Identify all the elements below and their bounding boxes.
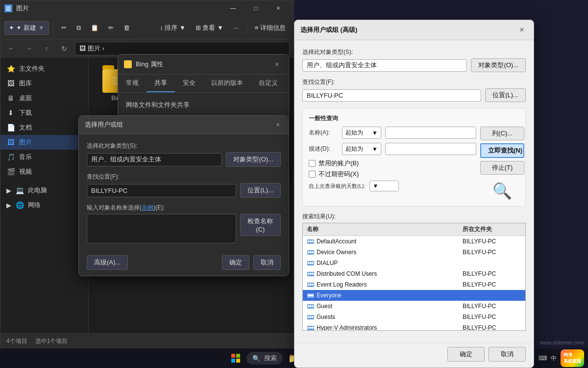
adv-disabled-checkbox[interactable]: [309, 160, 316, 167]
result-item[interactable]: Everyone: [303, 290, 525, 301]
adv-noexpire-checkbox[interactable]: [309, 171, 316, 178]
result-name: Event Log Readers: [317, 281, 463, 288]
result-item[interactable]: Guests BILLYFU-PC: [303, 312, 525, 322]
sidebar-item-videos[interactable]: 🎬 视频: [0, 164, 88, 179]
result-name: DIALUP: [317, 260, 463, 266]
svg-point-18: [310, 284, 312, 286]
adv-days-select[interactable]: ▼: [369, 181, 399, 191]
home-icon: ⭐: [6, 64, 15, 73]
su-check-button[interactable]: 检查名称(C): [240, 214, 281, 236]
address-path[interactable]: 🖼 图片 ›: [75, 42, 290, 55]
result-item[interactable]: DIALUP: [303, 258, 525, 268]
paste-button[interactable]: 📋: [87, 22, 102, 33]
result-item[interactable]: DefaultAccount BILLYFU-PC: [303, 236, 525, 247]
sidebar-item-gallery[interactable]: 🖼 图库: [0, 76, 88, 91]
svg-rect-50: [231, 359, 235, 363]
search-bar[interactable]: 🔍 搜索: [246, 352, 283, 365]
tab-security[interactable]: 安全: [175, 75, 203, 92]
status-bar: 4个项目 选中1个项目: [0, 333, 294, 349]
start-button[interactable]: [227, 349, 245, 367]
adv-desc-value[interactable]: [385, 143, 476, 155]
back-button[interactable]: ←: [4, 42, 18, 55]
adv-list-button[interactable]: 列(C)...: [480, 127, 524, 140]
adv-desc-filter[interactable]: 起始为 ▼: [342, 143, 381, 155]
su-location-button[interactable]: 位置(L)...: [240, 183, 281, 198]
adv-location-row: 位置(L)...: [302, 88, 526, 102]
su-type-button[interactable]: 对象类型(O)...: [226, 152, 281, 167]
sidebar-item-desktop[interactable]: 🖥 桌面: [0, 91, 88, 105]
more-button[interactable]: ···: [229, 22, 243, 33]
svg-point-33: [308, 327, 310, 329]
svg-point-6: [310, 251, 312, 253]
tab-share[interactable]: 共享: [147, 75, 175, 92]
result-item[interactable]: Distributed COM Users BILLYFU-PC: [303, 268, 525, 279]
result-item[interactable]: Device Owners BILLYFU-PC: [303, 247, 525, 258]
svg-point-5: [308, 251, 310, 253]
sidebar-item-network[interactable]: ▶ 🌐 网络: [0, 198, 88, 212]
result-item[interactable]: Guest BILLYFU-PC: [303, 301, 525, 312]
window-controls: — □ ×: [222, 0, 290, 16]
svg-rect-51: [236, 359, 240, 363]
minimize-button[interactable]: —: [222, 0, 245, 16]
result-folder: BILLYFU-PC: [463, 324, 521, 331]
adv-name-filter[interactable]: 起始为 ▼: [342, 127, 381, 139]
adv-select-dialog: 选择用户或组 (高级) × 选择此对象类型(S): 对象类型(O)... 查找位…: [294, 20, 534, 368]
su-type-row: 对象类型(O)...: [87, 152, 281, 167]
sidebar-item-thispc[interactable]: ▶ 💻 此电脑: [0, 183, 88, 198]
sort-button[interactable]: ↕ 排序 ▼: [156, 22, 190, 34]
bing-dialog-close[interactable]: ×: [271, 58, 283, 70]
sidebar-item-docs[interactable]: 📄 文档: [0, 120, 88, 135]
adv-cancel-button[interactable]: 取消: [489, 347, 526, 362]
adv-type-label: 选择此对象类型(S):: [302, 48, 526, 56]
adv-stop-button[interactable]: 停止(T): [480, 161, 524, 175]
adv-type-button[interactable]: 对象类型(O)...: [471, 58, 526, 72]
adv-location-input[interactable]: [302, 89, 481, 102]
tab-general[interactable]: 常规: [118, 75, 147, 92]
details-button[interactable]: ≡ 详细信息: [251, 22, 290, 34]
result-item[interactable]: Hyper-V Administrators BILLYFU-PC: [303, 322, 525, 331]
su-example-link[interactable]: 示例: [142, 204, 153, 211]
sidebar-item-pictures[interactable]: 🖼 图片: [0, 135, 88, 150]
adv-titlebar: 选择用户或组 (高级) ×: [294, 20, 534, 40]
su-location-input[interactable]: [87, 184, 236, 197]
tab-custom[interactable]: 自定义: [251, 75, 286, 92]
adv-disabled-label: 禁用的账户(B): [318, 159, 359, 168]
sidebar-item-home[interactable]: ⭐ 主文件夹: [0, 61, 88, 76]
maximize-button[interactable]: □: [245, 0, 267, 16]
adv-name-value[interactable]: [385, 127, 476, 139]
adv-desc-row: 描述(D): 起始为 ▼: [309, 143, 476, 155]
search-icon: 🔍: [492, 182, 512, 200]
su-ok-button[interactable]: 确定: [222, 255, 249, 270]
su-input-label: 输入对象名称来选择(示例)(E):: [87, 204, 281, 212]
rename-button[interactable]: ✏: [104, 22, 118, 33]
adv-search-button[interactable]: 立即查找(N): [480, 143, 524, 158]
adv-type-input[interactable]: [302, 59, 467, 72]
sidebar-item-downloads[interactable]: ⬇ 下载: [0, 105, 88, 120]
cut-button[interactable]: ✂: [57, 22, 71, 33]
sidebar-item-music[interactable]: 🎵 音乐: [0, 150, 88, 164]
adv-query-section: 一般性查询 名称(A): 起始为 ▼ 描述(D): 起始为: [302, 108, 526, 207]
desktop-icon: 🖥: [6, 94, 15, 103]
view-button[interactable]: ⊞ 查看 ▼: [192, 22, 227, 34]
up-button[interactable]: ↑: [40, 42, 53, 55]
copy-button[interactable]: ⧉: [73, 22, 85, 34]
su-close-button[interactable]: ×: [273, 120, 283, 130]
su-cancel-button[interactable]: 取消: [253, 255, 281, 270]
result-item[interactable]: Event Log Readers BILLYFU-PC: [303, 279, 525, 290]
adv-location-button[interactable]: 位置(L)...: [485, 88, 526, 102]
su-type-input[interactable]: [87, 153, 222, 166]
refresh-button[interactable]: ↻: [57, 42, 71, 55]
adv-close-button[interactable]: ×: [516, 24, 528, 36]
bing-dialog-icon: [124, 60, 132, 68]
new-button[interactable]: ✦ ✦ 新建 ▼: [4, 21, 49, 35]
su-name-input[interactable]: [87, 214, 236, 243]
su-advanced-button[interactable]: 高级(A)...: [87, 255, 128, 270]
forward-button[interactable]: →: [22, 42, 36, 55]
tab-previous[interactable]: 以前的版本: [203, 75, 251, 92]
search-results-list[interactable]: 名称 所在文件夹 DefaultAccount BILLYFU-PC Dev: [302, 223, 526, 331]
close-button[interactable]: ×: [267, 0, 290, 16]
svg-point-13: [308, 273, 310, 275]
adv-ok-button[interactable]: 确定: [447, 347, 485, 362]
svg-point-17: [308, 284, 310, 286]
delete-button[interactable]: 🗑: [120, 22, 134, 33]
